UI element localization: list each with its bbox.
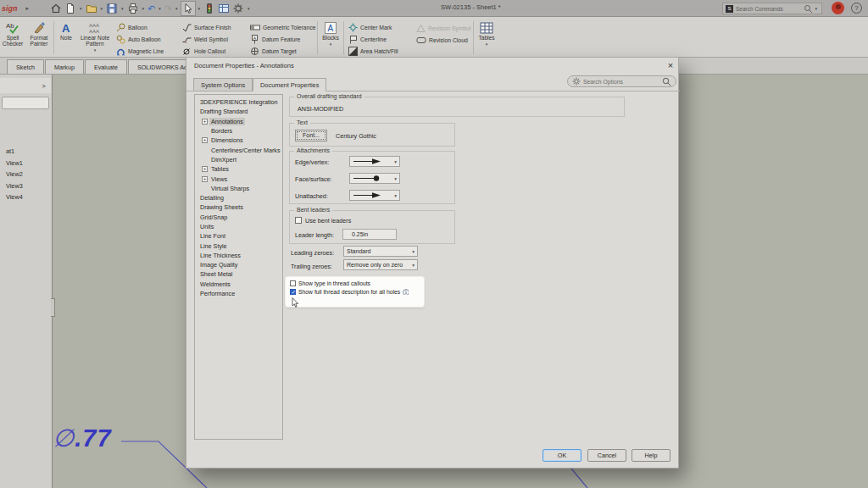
weld-symbol-button[interactable]: Weld Symbol: [179, 34, 247, 46]
use-bent-leaders-checkbox[interactable]: [295, 217, 302, 224]
area-hatch-button[interactable]: Area Hatch/Fill: [345, 45, 413, 57]
ribbon-tab[interactable]: Markup: [45, 59, 84, 74]
dropdown-caret[interactable]: [101, 6, 103, 11]
feature-tree-item[interactable]: View4: [0, 191, 51, 203]
dialog-tree-item[interactable]: Units: [195, 222, 282, 231]
magnifier-icon[interactable]: [662, 77, 671, 86]
show-type-thread-callouts-checkbox[interactable]: [290, 280, 296, 286]
options-gear-icon[interactable]: [231, 1, 245, 16]
dialog-tree-item[interactable]: Performance: [195, 289, 282, 298]
dropdown-caret[interactable]: [486, 42, 488, 47]
brand-expand-icon[interactable]: [26, 5, 30, 12]
expand-icon[interactable]: [202, 176, 208, 182]
dialog-tree-item[interactable]: Dimensions: [195, 136, 282, 145]
ok-button[interactable]: OK: [542, 449, 581, 462]
dropdown-caret[interactable]: [330, 42, 332, 47]
panel-splitter-handle[interactable]: [51, 298, 55, 317]
feature-tree-item[interactable]: View1: [0, 158, 51, 169]
undo-icon[interactable]: ↶: [147, 1, 156, 16]
dialog-tree-item[interactable]: Views: [195, 174, 282, 183]
new-document-icon[interactable]: [64, 1, 77, 16]
dialog-tree-item[interactable]: Centerlines/Center Marks: [195, 145, 282, 154]
spell-checker-button[interactable]: Ab Spell Checker: [0, 19, 25, 57]
interference-check-icon[interactable]: [203, 1, 216, 16]
feature-tree-item[interactable]: View3: [0, 180, 51, 192]
leader-length-input[interactable]: 0.25in: [342, 229, 397, 240]
command-search-box[interactable]: Search Commands: [722, 3, 822, 14]
ribbon-tab[interactable]: Sketch: [7, 59, 44, 74]
attachment-style-dropdown[interactable]: [349, 190, 400, 201]
home-icon[interactable]: [49, 1, 63, 16]
help-button[interactable]: Help: [632, 449, 670, 462]
expand-icon[interactable]: [202, 166, 208, 172]
dialog-tree-item[interactable]: Annotations: [195, 117, 282, 126]
dialog-tree-item[interactable]: DimXpert: [195, 155, 282, 164]
trailing-zeroes-dropdown[interactable]: Remove only on zero: [343, 259, 418, 270]
dropdown-caret[interactable]: [198, 6, 201, 11]
dialog-tree-item[interactable]: Borders: [195, 126, 282, 136]
magnifier-icon[interactable]: [804, 4, 813, 14]
select-tool-icon[interactable]: [181, 1, 196, 16]
dialog-tree-item[interactable]: Virtual Sharps: [195, 184, 282, 193]
auto-balloon-button[interactable]: Auto Balloon: [113, 34, 179, 46]
tab-document-properties[interactable]: Document Properties: [253, 78, 326, 92]
display-pane-icon[interactable]: [217, 1, 231, 16]
dialog-tree-item[interactable]: Sheet Metal: [195, 269, 282, 279]
dialog-tree-item[interactable]: Detailing: [195, 193, 282, 202]
tab-system-options[interactable]: System Options: [193, 78, 253, 92]
dropdown-caret[interactable]: [175, 6, 178, 11]
format-painter-button[interactable]: Format Painter: [25, 19, 53, 57]
font-button[interactable]: Font...: [295, 130, 327, 141]
centerline-button[interactable]: Centerline: [345, 34, 413, 46]
dropdown-caret[interactable]: [94, 47, 97, 53]
dropdown-caret[interactable]: [248, 6, 250, 11]
ribbon-tab[interactable]: Evaluate: [85, 59, 127, 74]
help-icon[interactable]: [851, 3, 862, 14]
options-search-box[interactable]: Search Options: [567, 75, 676, 87]
dialog-tree-item[interactable]: Drawing Sheets: [195, 202, 282, 212]
linear-note-pattern-button[interactable]: AAAAAA Linear Note Pattern: [77, 19, 113, 57]
open-icon[interactable]: [85, 1, 98, 16]
center-mark-button[interactable]: Center Mark: [345, 22, 413, 34]
user-avatar[interactable]: [832, 2, 844, 14]
surface-finish-button[interactable]: Surface Finish: [179, 22, 247, 34]
geometric-tolerance-button[interactable]: Geometric Tolerance: [247, 22, 316, 34]
expand-icon[interactable]: [202, 137, 208, 143]
tables-button[interactable]: Tables: [475, 19, 498, 57]
feature-tree-item[interactable]: View2: [0, 169, 51, 180]
dropdown-caret[interactable]: [159, 6, 161, 11]
dialog-tree-item[interactable]: Tables: [195, 164, 282, 174]
attachment-style-dropdown[interactable]: [349, 156, 400, 167]
print-icon[interactable]: [126, 1, 140, 16]
save-icon[interactable]: [105, 1, 119, 16]
dialog-tree-item[interactable]: 3DEXPERIENCE Integration: [195, 97, 282, 107]
datum-target-button[interactable]: Datum Target: [247, 45, 316, 57]
dialog-tree-item[interactable]: Weldments: [195, 280, 282, 289]
show-full-thread-description-checkbox[interactable]: [290, 289, 296, 295]
panel-expand-icon[interactable]: [42, 82, 46, 90]
datum-feature-button[interactable]: A Datum Feature: [247, 34, 316, 46]
dialog-tree-item[interactable]: Line Font: [195, 231, 282, 241]
cancel-button[interactable]: Cancel: [587, 449, 626, 462]
leading-zeroes-dropdown[interactable]: Standard: [343, 246, 418, 257]
dropdown-caret[interactable]: [121, 6, 124, 11]
dialog-tree-item[interactable]: Line Style: [195, 241, 282, 250]
revision-cloud-button[interactable]: Revision Cloud: [413, 34, 472, 46]
hole-callout-button[interactable]: Hole Callout: [179, 45, 247, 57]
dialog-tree-item[interactable]: Image Quality: [195, 260, 282, 269]
feature-filter-input[interactable]: [2, 97, 49, 109]
dialog-tree-item[interactable]: Line Thickness: [195, 251, 282, 260]
close-icon[interactable]: [665, 59, 676, 71]
dropdown-caret[interactable]: [80, 6, 82, 11]
note-button[interactable]: A Note: [55, 19, 77, 57]
balloon-button[interactable]: Balloon: [113, 22, 179, 34]
dropdown-caret[interactable]: [815, 6, 817, 11]
dialog-tree-item[interactable]: Grid/Snap: [195, 213, 282, 222]
magnetic-line-button[interactable]: Magnetic Line: [113, 45, 179, 57]
dropdown-caret[interactable]: [142, 6, 145, 11]
feature-tree-item[interactable]: at1: [0, 146, 51, 158]
dialog-tree-item[interactable]: Drafting Standard: [195, 107, 282, 116]
blocks-button[interactable]: A Blocks: [319, 19, 342, 57]
expand-icon[interactable]: [202, 119, 208, 125]
attachment-style-dropdown[interactable]: [349, 173, 400, 184]
